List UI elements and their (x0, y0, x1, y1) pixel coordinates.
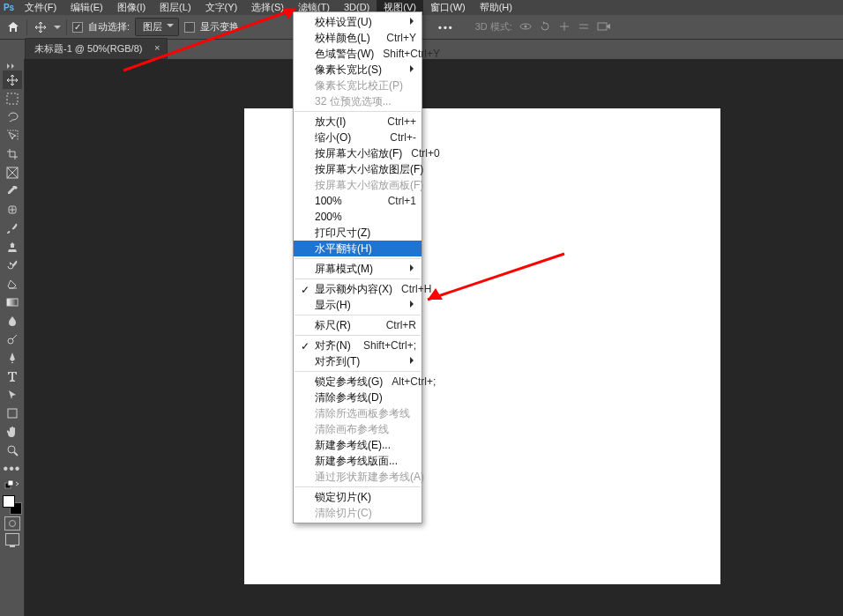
mode3d-group: 3D 模式: (475, 20, 611, 34)
tool-type[interactable] (3, 367, 22, 385)
tool-blur[interactable] (3, 311, 22, 330)
mi-show[interactable]: 显示(H) (294, 297, 422, 313)
mi-zoom-out[interactable]: 缩小(O)Ctrl+- (294, 130, 422, 145)
quickmask-toggle[interactable] (4, 516, 20, 531)
check-icon: ✓ (301, 339, 310, 353)
mi-fit-layer[interactable]: 按屏幕大小缩放图层(F) (294, 161, 422, 177)
svg-rect-8 (8, 409, 17, 418)
svg-rect-11 (8, 480, 13, 486)
menu-separator (295, 335, 421, 336)
tool-marquee[interactable] (3, 89, 22, 108)
tool-frame[interactable] (3, 163, 22, 182)
tool-hand[interactable] (3, 422, 22, 441)
tool-edit-toolbar[interactable]: ••• (3, 459, 22, 478)
mi-100[interactable]: 100%Ctrl+1 (294, 193, 422, 209)
menu-type[interactable]: 文字(Y) (198, 0, 245, 17)
menu-select[interactable]: 选择(S) (244, 0, 291, 17)
orbit-icon[interactable] (519, 20, 532, 34)
mi-screen-mode[interactable]: 屏幕模式(M) (294, 261, 422, 277)
autoselect-checkbox[interactable] (72, 22, 83, 33)
toolbox-collapse-icon[interactable] (0, 62, 25, 71)
mi-new-guide-layout[interactable]: 新建参考线版面... (294, 453, 422, 469)
show-transform-checkbox[interactable] (184, 22, 195, 33)
mi-new-guide[interactable]: 新建参考线(E)... (294, 437, 422, 453)
mi-clear-slice: 清除切片(C) (294, 505, 422, 521)
tool-eyedropper[interactable] (3, 182, 22, 200)
mi-proof-setup[interactable]: 校样设置(U) (294, 14, 422, 30)
mi-proof-colors[interactable]: 校样颜色(L)Ctrl+Y (294, 30, 422, 46)
mi-snap[interactable]: ✓对齐(N)Shift+Ctrl+; (294, 338, 422, 353)
mi-fit-screen[interactable]: 按屏幕大小缩放(F)Ctrl+0 (294, 145, 422, 161)
tool-gradient[interactable] (3, 293, 22, 311)
menu-separator (295, 258, 421, 259)
foreground-color[interactable] (3, 495, 15, 508)
mi-extras[interactable]: ✓显示额外内容(X)Ctrl+H (294, 281, 422, 297)
menu-file[interactable]: 文件(F) (18, 0, 63, 17)
tool-swap-default[interactable] (3, 478, 22, 492)
rotate-icon[interactable] (539, 20, 551, 34)
mi-snap-to[interactable]: 对齐到(T) (294, 353, 422, 369)
svg-point-1 (524, 25, 526, 27)
mi-clear-canvas-guides: 清除画布参考线 (294, 421, 422, 437)
mi-32bit-preview: 32 位预览选项... (294, 93, 422, 109)
tool-crop[interactable] (3, 145, 22, 163)
mi-pixel-aspect-corr: 像素长宽比校正(P) (294, 78, 422, 93)
slide-icon[interactable] (578, 20, 590, 34)
tool-brush[interactable] (3, 219, 22, 237)
mi-flip-horizontal[interactable]: 水平翻转(H) (294, 241, 422, 256)
canvas-area[interactable] (25, 59, 843, 616)
mi-fit-artboard: 按屏幕大小缩放画板(F) (294, 177, 422, 193)
more-options-icon[interactable]: ••• (438, 22, 454, 33)
tool-pen[interactable] (3, 348, 22, 367)
menu-separator (295, 111, 421, 112)
menu-layer[interactable]: 图层(L) (153, 0, 198, 17)
menu-window[interactable]: 窗口(W) (423, 0, 473, 17)
tool-lasso[interactable] (3, 108, 22, 126)
autoselect-target-select[interactable]: 图层 (135, 18, 179, 36)
tool-quick-select[interactable] (3, 126, 22, 145)
divider (26, 19, 27, 35)
menu-separator (295, 486, 421, 487)
mi-zoom-in[interactable]: 放大(I)Ctrl++ (294, 114, 422, 130)
mi-clear-sel-artboard-guides: 清除所选画板参考线 (294, 405, 422, 421)
mi-pixel-aspect[interactable]: 像素长宽比(S) (294, 62, 422, 78)
pan-icon[interactable] (558, 20, 571, 34)
menu-help[interactable]: 帮助(H) (473, 0, 519, 17)
show-transform-label: 显示变换 (200, 20, 239, 33)
document-tab-title: 未标题-1 @ 50%(RGB/8) (34, 43, 142, 54)
chevron-down-icon[interactable] (54, 19, 61, 35)
tool-shape[interactable] (3, 404, 22, 422)
menu-image[interactable]: 图像(I) (110, 0, 153, 17)
svg-rect-2 (598, 23, 607, 30)
mi-print-size[interactable]: 打印尺寸(Z) (294, 225, 422, 241)
tool-eraser[interactable] (3, 274, 22, 293)
camera-icon[interactable] (597, 21, 611, 33)
screenmode-toggle[interactable] (5, 533, 19, 545)
tool-path-select[interactable] (3, 385, 22, 404)
tool-dodge[interactable] (3, 330, 22, 348)
autoselect-label: 自动选择: (88, 20, 130, 33)
tab-close-icon[interactable]: × (154, 42, 160, 53)
menu-edit[interactable]: 编辑(E) (63, 0, 110, 17)
mi-lock-slice[interactable]: 锁定切片(K) (294, 489, 422, 505)
document-tab[interactable]: 未标题-1 @ 50%(RGB/8) × (25, 38, 168, 59)
tool-zoom[interactable] (3, 441, 22, 459)
menu-separator (295, 315, 421, 315)
mi-clear-guides[interactable]: 清除参考线(D) (294, 390, 422, 405)
mi-rulers[interactable]: 标尺(R)Ctrl+R (294, 317, 422, 333)
mi-lock-guides[interactable]: 锁定参考线(G)Alt+Ctrl+; (294, 374, 422, 390)
mi-gamut-warning[interactable]: 色域警告(W)Shift+Ctrl+Y (294, 46, 422, 62)
home-icon[interactable] (5, 19, 21, 35)
check-icon: ✓ (301, 283, 310, 297)
move-tool-indicator[interactable] (33, 19, 48, 35)
tool-heal[interactable] (3, 200, 22, 219)
tool-clone[interactable] (3, 237, 22, 256)
mi-200[interactable]: 200% (294, 209, 422, 225)
tool-history-brush[interactable] (3, 256, 22, 274)
tool-move[interactable] (3, 71, 22, 89)
svg-point-9 (8, 446, 15, 453)
svg-rect-3 (7, 93, 18, 104)
menu-separator (295, 371, 421, 372)
menu-separator (295, 278, 421, 279)
color-swatch[interactable] (3, 495, 22, 515)
